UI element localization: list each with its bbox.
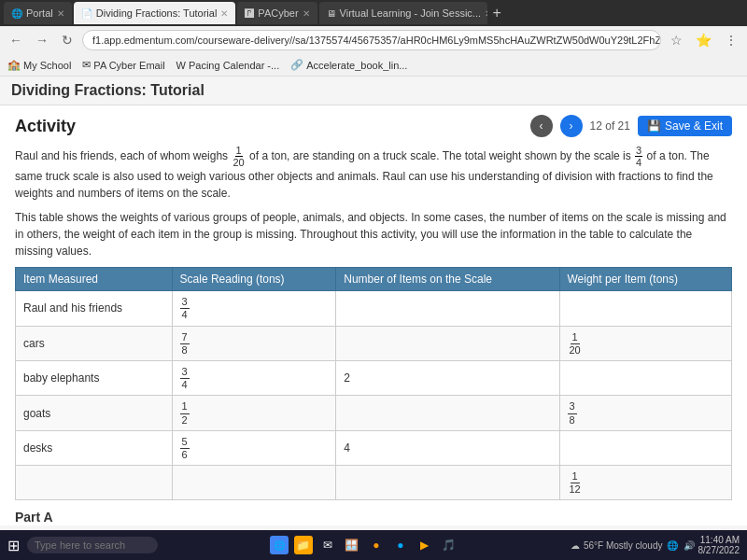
tab-df-icon: 📄 — [81, 8, 92, 19]
address-bar-row: ← → ↻ f1.app.edmentum.com/courseware-del… — [0, 26, 747, 54]
bookmark-pacing-icon: W — [176, 60, 186, 71]
time-display: 11:40 AM 8/27/2022 — [698, 535, 740, 555]
weather-text: 56°F Mostly cloudy — [584, 540, 663, 551]
taskbar-icon-app3[interactable]: ▶ — [416, 536, 434, 554]
taskbar-icon-app1[interactable]: ● — [367, 536, 386, 554]
frac-5-6-row5: 5 6 — [180, 436, 190, 461]
windows-start-icon[interactable]: ⊞ — [7, 537, 20, 554]
tab-dividing-fractions[interactable]: 📄 Dividing Fractions: Tutorial ✕ — [74, 2, 236, 24]
save-exit-label: Save & Exit — [665, 119, 723, 133]
cell-item-2: cars — [16, 326, 173, 360]
taskbar-icon-app2[interactable]: ● — [391, 536, 410, 554]
forward-button[interactable]: → — [32, 31, 52, 49]
cell-scale-2: 7 8 — [172, 326, 336, 360]
tab-portal-label: Portal — [26, 7, 53, 19]
system-tray: 🌐 🔊 — [667, 540, 695, 551]
col-header-weight: Weight per Item (tons) — [559, 268, 732, 291]
bookmark-my-school[interactable]: 🏫 My School — [7, 59, 71, 71]
next-button[interactable]: › — [560, 115, 583, 137]
taskbar-left: ⊞ — [7, 537, 158, 554]
nav-controls: ‹ › 12 of 21 💾 Save & Exit — [530, 115, 732, 137]
table-row: baby elephants 3 4 2 — [16, 360, 732, 395]
new-tab-button[interactable]: + — [489, 5, 505, 21]
save-exit-button[interactable]: 💾 Save & Exit — [638, 116, 732, 136]
bookmark-my-school-icon: 🏫 — [7, 59, 21, 71]
tab-bar: 🌐 Portal ✕ 📄 Dividing Fractions: Tutoria… — [0, 0, 747, 26]
of-label: of — [605, 119, 614, 133]
tab-df-close[interactable]: ✕ — [220, 8, 228, 19]
bookmark-accelerate[interactable]: 🔗 Accelerate_book_lin... — [290, 59, 407, 71]
col-header-scale: Scale Reading (tons) — [172, 268, 336, 291]
weather-display: ☁ 56°F Mostly cloudy — [571, 540, 663, 551]
cell-weight-1 — [559, 291, 732, 326]
page-title: Dividing Fractions: Tutorial — [11, 82, 204, 98]
tab-portal[interactable]: 🌐 Portal ✕ — [4, 2, 72, 24]
back-button[interactable]: ← — [6, 31, 26, 49]
bookmark-pacing-label: Pacing Calendar -... — [189, 60, 279, 71]
bookmark-icon[interactable]: ☆ — [667, 31, 686, 49]
tab-pac-close[interactable]: ✕ — [303, 8, 310, 19]
frac-3-8-row4: 3 8 — [568, 400, 577, 426]
bookmark-pa-email-label: PA Cyber Email — [93, 60, 164, 71]
tab-vl-close[interactable]: ✕ — [485, 8, 487, 19]
cell-scale-5: 5 6 — [172, 430, 336, 465]
content-area: Dividing Fractions: Tutorial Activity ‹ … — [0, 77, 747, 534]
col-header-count: Number of Items on the Scale — [336, 268, 559, 291]
part-a-section: Part A How can you find the total number… — [15, 510, 732, 525]
cell-count-2 — [336, 326, 559, 360]
bookmark-pa-email[interactable]: ✉ PA Cyber Email — [82, 59, 164, 71]
menu-icon[interactable]: ⋮ — [721, 31, 741, 49]
refresh-button[interactable]: ↻ — [58, 31, 77, 49]
taskbar-icon-chrome[interactable]: 🌐 — [270, 536, 289, 554]
tab-pac-icon: 🅿 — [245, 8, 254, 19]
frac-7-8-row2: 7 8 — [180, 331, 190, 357]
prev-button[interactable]: ‹ — [530, 115, 553, 137]
cell-scale-4: 1 2 — [172, 396, 336, 430]
taskbar-app-icons: 🌐 📁 ✉ 🪟 ● ● ▶ 🎵 — [270, 536, 458, 554]
address-text: f1.app.edmentum.com/courseware-delivery/… — [92, 35, 661, 46]
intro-paragraph-2: This table shows the weights of various … — [15, 209, 732, 259]
taskbar-icon-ms[interactable]: 🪟 — [343, 536, 361, 554]
tab-virtual-learning[interactable]: 🖥 Virtual Learning - Join Sessic... ✕ — [319, 2, 487, 24]
tab-vl-icon: 🖥 — [327, 8, 336, 19]
current-page: 12 — [590, 119, 602, 133]
save-exit-icon: 💾 — [647, 119, 661, 133]
taskbar-icon-app4[interactable]: 🎵 — [440, 536, 458, 554]
clock-date: 8/27/2022 — [698, 545, 740, 555]
page-count: 12 of 21 — [590, 119, 630, 133]
tray-sound-icon: 🔊 — [684, 540, 695, 551]
frac-3-4-row3: 3 4 — [180, 366, 190, 391]
address-bar[interactable]: f1.app.edmentum.com/courseware-delivery/… — [82, 30, 661, 50]
tab-portal-close[interactable]: ✕ — [57, 8, 64, 19]
cell-count-5: 4 — [336, 430, 559, 465]
cell-count-4 — [336, 396, 559, 430]
tab-pacyber[interactable]: 🅿 PACyber ✕ — [237, 2, 317, 24]
taskbar-icon-mail[interactable]: ✉ — [318, 536, 337, 554]
frac-3-4-row1: 3 4 — [180, 296, 190, 321]
bookmark-pacing[interactable]: W Pacing Calendar -... — [176, 60, 280, 71]
data-table: Item Measured Scale Reading (tons) Numbe… — [15, 267, 732, 500]
total-pages: 21 — [618, 119, 630, 133]
frac-1-2-row4: 1 2 — [180, 400, 190, 426]
taskbar-search-input[interactable] — [27, 537, 158, 553]
taskbar-icon-file[interactable]: 📁 — [294, 536, 313, 554]
page-title-bar: Dividing Fractions: Tutorial — [0, 77, 747, 105]
cell-item-4: goats — [16, 396, 173, 430]
weather-icon: ☁ — [571, 540, 580, 551]
cell-weight-4: 3 8 — [559, 396, 732, 430]
extension-icon[interactable]: ⭐ — [692, 31, 715, 49]
col-header-item: Item Measured — [16, 268, 173, 291]
cell-scale-1: 3 4 — [172, 291, 336, 326]
tab-vl-label: Virtual Learning - Join Sessic... — [340, 7, 481, 19]
clock-time: 11:40 AM — [698, 535, 740, 545]
bookmark-accelerate-icon: 🔗 — [290, 59, 303, 71]
activity-heading: Activity — [15, 117, 76, 136]
cell-item-5: desks — [16, 430, 173, 465]
cell-weight-2: 1 20 — [559, 326, 732, 360]
cell-weight-6: 1 12 — [559, 466, 732, 500]
cell-scale-6 — [172, 466, 336, 500]
cell-scale-3: 3 4 — [172, 360, 336, 395]
cell-count-6 — [336, 466, 559, 500]
tray-network-icon: 🌐 — [667, 540, 678, 551]
bookmark-bar: 🏫 My School ✉ PA Cyber Email W Pacing Ca… — [0, 54, 747, 77]
